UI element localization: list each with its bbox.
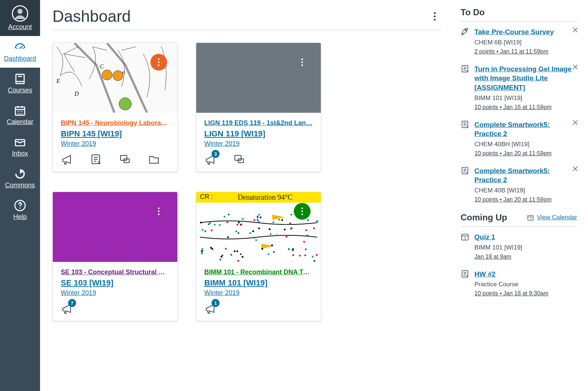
svg-text:3: 3 bbox=[464, 236, 466, 240]
todo-meta: 10 points • Jan 20 at 11:59pm bbox=[474, 150, 577, 157]
svg-point-29 bbox=[102, 70, 112, 80]
svg-point-121 bbox=[234, 250, 236, 252]
svg-point-19 bbox=[19, 207, 20, 208]
svg-text:D: D bbox=[74, 91, 79, 97]
course-term: Winter 2019 bbox=[61, 289, 169, 297]
card-actions: 7 bbox=[53, 298, 177, 321]
card-color-options-button[interactable] bbox=[294, 54, 311, 71]
svg-point-21 bbox=[434, 16, 436, 17]
todo-dismiss-button[interactable] bbox=[573, 64, 580, 72]
svg-point-1 bbox=[17, 9, 23, 14]
svg-point-28 bbox=[119, 98, 131, 110]
card-discussions-button[interactable] bbox=[119, 153, 131, 165]
svg-point-36 bbox=[301, 64, 303, 66]
todo-dismiss-button[interactable] bbox=[573, 166, 580, 173]
files-icon bbox=[148, 153, 160, 165]
svg-point-13 bbox=[21, 111, 23, 112]
course-code-link[interactable]: LIGN 119 [WI19] bbox=[204, 129, 313, 139]
card-announcements-button[interactable] bbox=[61, 153, 72, 165]
course-title-link[interactable]: BIMM 101 - Recombinant DNA Te… bbox=[204, 268, 313, 276]
nav-calendar[interactable]: Calendar bbox=[0, 99, 40, 131]
svg-point-107 bbox=[312, 256, 313, 258]
global-nav: Account Dashboard Courses Calendar Inbox… bbox=[0, 0, 40, 391]
svg-point-128 bbox=[258, 221, 260, 223]
nav-account[interactable]: Account bbox=[0, 0, 40, 36]
card-hero[interactable] bbox=[196, 43, 321, 113]
course-title-link[interactable]: SE 103 - Conceptual Structural De… bbox=[61, 268, 169, 276]
card-hero[interactable]: E D C F bbox=[53, 43, 177, 113]
todo-dismiss-button[interactable] bbox=[573, 120, 580, 127]
discussions-icon bbox=[119, 153, 131, 165]
svg-point-95 bbox=[224, 216, 225, 218]
coming-title-link[interactable]: HW #2 bbox=[474, 270, 496, 278]
course-code-link[interactable]: BIPN 145 [WI19] bbox=[61, 129, 169, 139]
svg-point-105 bbox=[313, 260, 315, 262]
svg-point-81 bbox=[271, 244, 273, 246]
svg-point-125 bbox=[227, 236, 229, 238]
svg-point-75 bbox=[202, 229, 204, 231]
course-code-link[interactable]: BIMM 101 [WI19] bbox=[204, 278, 313, 288]
kebab-icon bbox=[158, 58, 160, 66]
svg-point-57 bbox=[269, 228, 271, 230]
svg-point-109 bbox=[221, 256, 222, 258]
nav-courses[interactable]: Courses bbox=[0, 68, 40, 99]
todo-title-link[interactable]: Take Pre-Course Survey bbox=[474, 28, 554, 36]
nav-label: Calendar bbox=[7, 118, 33, 126]
svg-point-82 bbox=[225, 248, 227, 250]
card-announcements-button[interactable]: 7 bbox=[61, 303, 72, 314]
kebab-icon bbox=[301, 207, 303, 215]
svg-point-108 bbox=[238, 232, 240, 234]
todo-title-link[interactable]: Complete Smartwork5: Practice 2 bbox=[474, 167, 550, 184]
course-card: SE 103 - Conceptual Structural De… SE 10… bbox=[52, 192, 178, 321]
coming-title-link[interactable]: Quiz 1 bbox=[474, 233, 495, 241]
todo-meta: 10 points • Jan 20 at 11:59pm bbox=[474, 196, 577, 203]
nav-help[interactable]: Help bbox=[0, 194, 40, 226]
kebab-icon bbox=[158, 207, 160, 215]
card-color-options-button[interactable] bbox=[294, 203, 311, 220]
todo-item: Complete Smartwork5: Practice 2 CHEM 40B… bbox=[461, 120, 577, 157]
svg-point-32 bbox=[158, 61, 160, 63]
card-assignments-button[interactable] bbox=[90, 153, 102, 165]
dashboard-options-button[interactable] bbox=[429, 10, 441, 23]
view-calendar-label: View Calendar bbox=[537, 214, 577, 221]
svg-point-3 bbox=[23, 48, 24, 49]
nav-inbox[interactable]: Inbox bbox=[0, 131, 40, 163]
svg-point-90 bbox=[273, 251, 275, 253]
todo-title-link[interactable]: Complete Smartwork5: Practice 2 bbox=[474, 121, 550, 138]
card-hero[interactable]: CR : Denaturation 94°C bbox=[196, 192, 321, 262]
card-announcements-button[interactable]: 3 bbox=[204, 153, 216, 165]
card-files-button[interactable] bbox=[148, 153, 160, 165]
svg-point-66 bbox=[226, 222, 228, 223]
course-title-link[interactable]: BIPN 145 - Neurobiology Laborat… bbox=[61, 119, 169, 127]
course-code-link[interactable]: SE 103 [WI19] bbox=[61, 278, 169, 288]
card-color-options-button[interactable] bbox=[150, 203, 167, 220]
card-actions bbox=[53, 149, 177, 172]
svg-point-38 bbox=[158, 211, 160, 212]
svg-point-31 bbox=[158, 58, 160, 60]
course-title-link[interactable]: LIGN 119 EDS 119 - 1st&2nd Lan… bbox=[204, 119, 313, 127]
nav-commons[interactable]: Commons bbox=[0, 163, 40, 194]
card-actions: 3 bbox=[196, 149, 321, 172]
svg-point-131 bbox=[291, 214, 292, 216]
svg-point-12 bbox=[20, 111, 21, 112]
svg-point-124 bbox=[291, 227, 292, 229]
svg-point-72 bbox=[299, 255, 301, 256]
svg-point-73 bbox=[258, 228, 260, 230]
svg-point-22 bbox=[434, 19, 436, 21]
card-discussions-button[interactable] bbox=[233, 153, 245, 165]
svg-point-61 bbox=[261, 248, 263, 250]
todo-title-link[interactable]: Turn in Processing Gel Image with Image … bbox=[474, 65, 572, 91]
svg-point-100 bbox=[288, 248, 290, 250]
main-content: Dashboard E D C F bbox=[40, 0, 453, 391]
nav-label: Inbox bbox=[12, 150, 28, 157]
todo-item: Turn in Processing Gel Image with Image … bbox=[461, 64, 577, 111]
card-hero[interactable] bbox=[53, 192, 177, 262]
svg-point-123 bbox=[209, 222, 211, 224]
card-color-options-button[interactable] bbox=[150, 54, 167, 71]
nav-dashboard[interactable]: Dashboard bbox=[0, 36, 40, 68]
view-calendar-link[interactable]: 3 View Calendar bbox=[527, 214, 577, 221]
todo-dismiss-button[interactable] bbox=[573, 27, 580, 35]
svg-point-58 bbox=[316, 254, 317, 256]
coming-up-heading: Coming Up bbox=[461, 212, 507, 223]
card-announcements-button[interactable]: 1 bbox=[204, 303, 216, 314]
